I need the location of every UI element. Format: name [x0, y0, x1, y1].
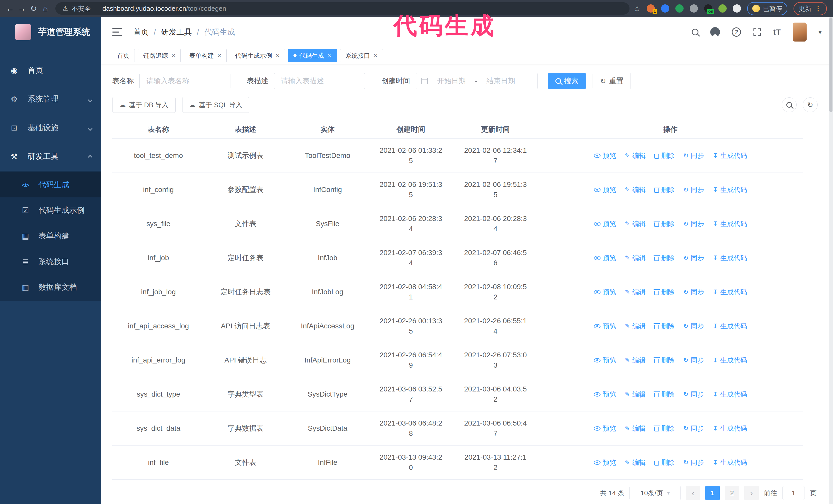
breadcrumb-item[interactable]: 研发工具 [161, 27, 192, 38]
search-toggle-button[interactable] [782, 97, 796, 112]
action-generate[interactable]: ↧生成代码 [713, 321, 747, 331]
extension-icon[interactable] [718, 4, 727, 13]
sidebar-item[interactable]: ⊡ 基础设施 [0, 113, 101, 142]
extension-icon[interactable] [675, 4, 684, 13]
extension-icon[interactable] [733, 4, 741, 13]
action-edit[interactable]: ✎编辑 [625, 287, 646, 297]
action-delete[interactable]: 删除 [654, 355, 674, 365]
avatar[interactable] [793, 23, 807, 42]
caret-down-icon[interactable]: ▾ [818, 28, 822, 36]
extension-icon[interactable]: 1 [647, 4, 655, 13]
action-edit[interactable]: ✎编辑 [625, 253, 646, 263]
action-preview[interactable]: 预览 [594, 389, 616, 400]
action-edit[interactable]: ✎编辑 [625, 150, 646, 161]
start-date-input[interactable] [430, 77, 473, 86]
action-sync[interactable]: ↻同步 [683, 355, 704, 365]
page-button[interactable]: 2 [725, 486, 739, 500]
action-edit[interactable]: ✎编辑 [625, 457, 646, 467]
sidebar-subitem[interactable]: ≣ 系统接口 [0, 249, 101, 274]
action-delete[interactable]: 删除 [654, 321, 674, 331]
sidebar-item[interactable]: ⚒ 研发工具 [0, 142, 101, 171]
back-icon[interactable]: ← [4, 4, 16, 13]
paused-badge[interactable]: 已暂停 [747, 2, 787, 15]
action-edit[interactable]: ✎编辑 [625, 185, 646, 195]
action-generate[interactable]: ↧生成代码 [713, 287, 747, 297]
action-preview[interactable]: 预览 [594, 355, 616, 365]
tab-close-icon[interactable]: × [276, 52, 279, 59]
sidebar-subitem[interactable]: ▥ 数据库文档 [0, 274, 101, 300]
table-desc-input[interactable] [274, 73, 365, 89]
action-preview[interactable]: 预览 [594, 423, 616, 433]
tab[interactable]: 首页 × [112, 49, 135, 62]
action-edit[interactable]: ✎编辑 [625, 321, 646, 331]
github-icon[interactable] [710, 27, 720, 37]
action-preview[interactable]: 预览 [594, 457, 616, 467]
action-preview[interactable]: 预览 [594, 321, 616, 331]
next-page-button[interactable]: › [744, 486, 759, 500]
url-bar[interactable]: ⚠ 不安全 dashboard.yudao.iocoder.cn/tool/co… [55, 2, 629, 15]
bookmark-star-icon[interactable]: ☆ [634, 4, 641, 13]
tab[interactable]: 表单构建 × [184, 49, 227, 62]
breadcrumb-item[interactable]: 首页 [133, 27, 149, 38]
action-sync[interactable]: ↻同步 [683, 253, 704, 263]
tab-close-icon[interactable]: × [328, 52, 332, 59]
home-icon[interactable]: ⌂ [40, 4, 51, 13]
action-sync[interactable]: ↻同步 [683, 219, 704, 229]
forward-icon[interactable]: → [16, 4, 28, 13]
sidebar-subitem[interactable]: </> 代码生成 [0, 172, 101, 197]
action-generate[interactable]: ↧生成代码 [713, 389, 747, 400]
reload-icon[interactable]: ↻ [28, 4, 40, 13]
action-preview[interactable]: 预览 [594, 219, 616, 229]
tab-close-icon[interactable]: × [217, 52, 221, 59]
action-edit[interactable]: ✎编辑 [625, 423, 646, 433]
action-delete[interactable]: 删除 [654, 185, 674, 195]
reset-button[interactable]: ↻ 重置 [593, 73, 631, 89]
action-preview[interactable]: 预览 [594, 253, 616, 263]
update-button[interactable]: 更新 ⋮ [793, 2, 827, 15]
action-edit[interactable]: ✎编辑 [625, 219, 646, 229]
font-size-icon[interactable]: tT [773, 28, 781, 37]
search-button[interactable]: 搜索 [548, 73, 586, 89]
action-delete[interactable]: 删除 [654, 253, 674, 263]
tab[interactable]: 代码生成示例 × [230, 49, 285, 62]
browser-menu-icon[interactable]: ⋮ [814, 4, 822, 13]
action-generate[interactable]: ↧生成代码 [713, 253, 747, 263]
import-db-button[interactable]: ☁ 基于 DB 导入 [112, 97, 175, 113]
action-sync[interactable]: ↻同步 [683, 150, 704, 161]
tab[interactable]: 系统接口 × [340, 49, 383, 62]
action-delete[interactable]: 删除 [654, 423, 674, 433]
page-size-select[interactable]: 10条/页 ▾ [629, 486, 681, 500]
action-sync[interactable]: ↻同步 [683, 185, 704, 195]
action-generate[interactable]: ↧生成代码 [713, 219, 747, 229]
scrollbar[interactable] [829, 17, 833, 504]
action-delete[interactable]: 删除 [654, 150, 674, 161]
extension-icon[interactable]: on [704, 4, 712, 13]
sidebar-item[interactable]: ⚙ 系统管理 [0, 85, 101, 113]
tab-close-icon[interactable]: × [374, 52, 378, 59]
action-generate[interactable]: ↧生成代码 [713, 423, 747, 433]
action-delete[interactable]: 删除 [654, 389, 674, 400]
sidebar-item[interactable]: ◉ 首页 [0, 56, 101, 85]
action-edit[interactable]: ✎编辑 [625, 389, 646, 400]
breadcrumb-item[interactable]: 代码生成 [204, 27, 235, 38]
action-generate[interactable]: ↧生成代码 [713, 185, 747, 195]
search-icon[interactable] [692, 29, 698, 35]
action-sync[interactable]: ↻同步 [683, 389, 704, 400]
action-preview[interactable]: 预览 [594, 287, 616, 297]
sidebar-subitem[interactable]: ☑ 代码生成示例 [0, 197, 101, 223]
action-delete[interactable]: 删除 [654, 219, 674, 229]
action-generate[interactable]: ↧生成代码 [713, 150, 747, 161]
action-sync[interactable]: ↻同步 [683, 457, 704, 467]
date-range-picker[interactable]: - [416, 73, 538, 89]
page-button[interactable]: 1 [705, 486, 720, 500]
tab-close-icon[interactable]: × [171, 52, 175, 59]
hamburger-icon[interactable] [112, 28, 122, 36]
action-delete[interactable]: 删除 [654, 457, 674, 467]
action-preview[interactable]: 预览 [594, 150, 616, 161]
refresh-button[interactable]: ↻ [803, 97, 818, 112]
app-logo-row[interactable]: 芋道管理系统 [0, 17, 101, 47]
action-generate[interactable]: ↧生成代码 [713, 457, 747, 467]
end-date-input[interactable] [479, 77, 522, 86]
extension-icon[interactable] [690, 4, 698, 13]
action-sync[interactable]: ↻同步 [683, 321, 704, 331]
